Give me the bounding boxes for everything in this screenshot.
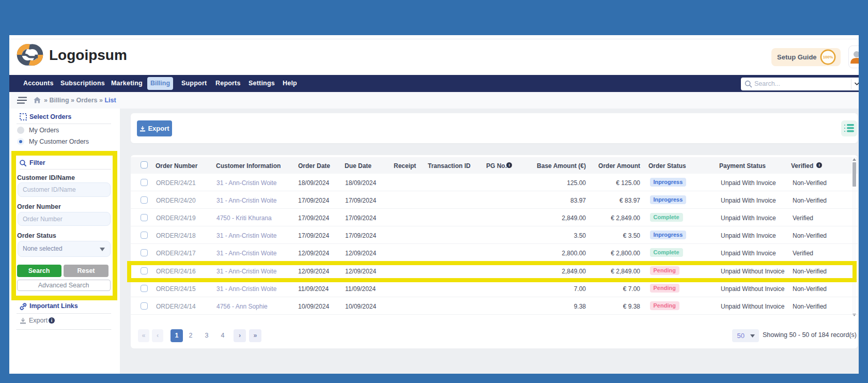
svg-text:100%: 100% xyxy=(823,55,833,59)
